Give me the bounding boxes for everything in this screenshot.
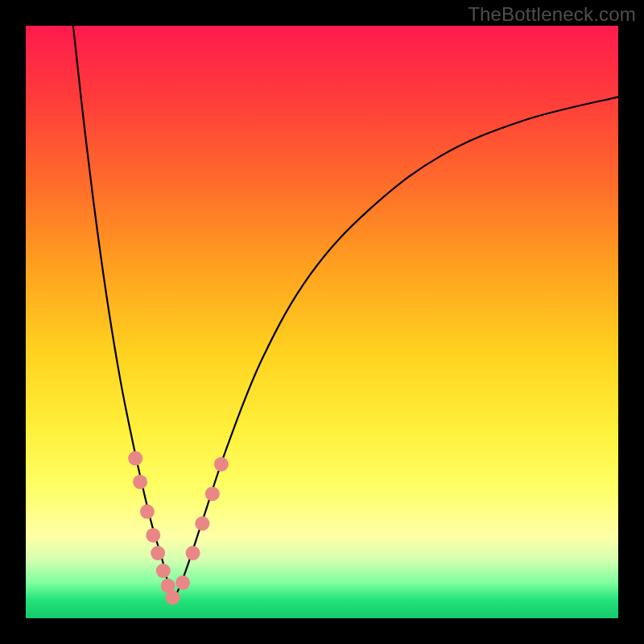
- data-dot: [205, 486, 220, 501]
- data-dot: [175, 576, 190, 590]
- curves-layer: [26, 26, 618, 618]
- watermark-text: TheBottleneck.com: [468, 3, 636, 26]
- data-dot: [133, 475, 147, 489]
- data-dot: [186, 546, 200, 560]
- plot-area: [26, 26, 618, 618]
- data-dot: [195, 516, 209, 530]
- chart-frame: TheBottleneck.com: [0, 0, 644, 644]
- curve-left-branch: [73, 26, 174, 601]
- data-dot: [156, 564, 171, 578]
- data-dot: [128, 451, 142, 465]
- curve-right-branch: [174, 97, 618, 601]
- data-dot: [146, 528, 160, 543]
- data-dot: [140, 505, 155, 519]
- data-dot: [166, 590, 180, 605]
- data-dot: [214, 457, 229, 472]
- dots-group: [128, 451, 229, 605]
- data-dot: [151, 546, 165, 560]
